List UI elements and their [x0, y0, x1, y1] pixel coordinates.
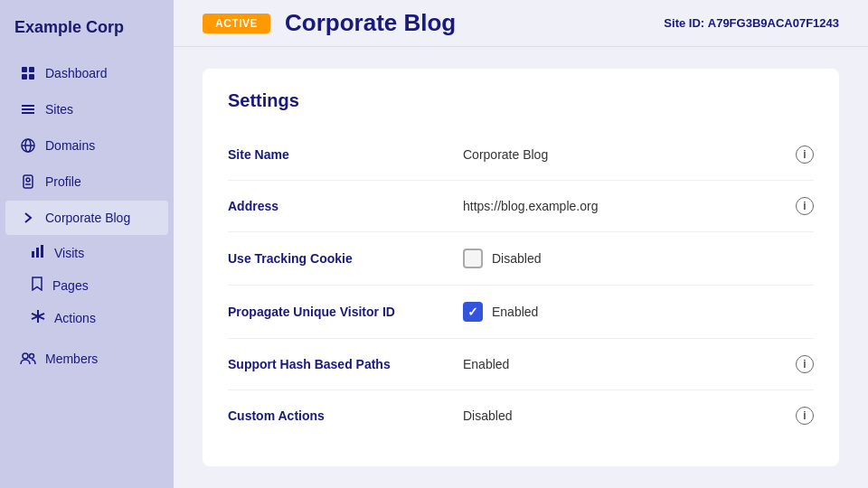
sidebar-item-actions-label: Actions	[54, 311, 96, 325]
tracking-cookie-checkbox-wrapper: Disabled	[463, 249, 814, 268]
sidebar-item-visits[interactable]: Visits	[16, 237, 168, 268]
unique-visitor-checkbox-wrapper: Enabled	[463, 302, 814, 322]
address-host: blog.example.org	[501, 199, 598, 213]
sidebar-item-dashboard-label: Dashboard	[45, 66, 108, 80]
svg-point-19	[23, 353, 28, 359]
sidebar-item-pages-label: Pages	[52, 278, 89, 293]
address-label: Address	[228, 199, 463, 213]
sidebar-item-members-label: Members	[45, 352, 98, 366]
tracking-cookie-checkbox[interactable]	[463, 249, 483, 268]
unique-visitor-label: Propagate Unique Visitor ID	[228, 305, 463, 319]
site-id-label: Site ID:	[664, 16, 704, 30]
asterisk-icon	[31, 309, 45, 326]
sidebar-item-corporate-blog-label: Corporate Blog	[45, 211, 130, 225]
svg-rect-13	[32, 251, 34, 258]
sidebar-item-actions[interactable]: Actions	[16, 302, 168, 333]
grid-icon	[20, 65, 36, 81]
custom-actions-info[interactable]: i	[796, 407, 814, 425]
address-info[interactable]: i	[796, 197, 814, 215]
sidebar-item-dashboard[interactable]: Dashboard	[5, 56, 168, 90]
info-icon-custom-actions[interactable]: i	[796, 407, 814, 425]
sidebar-item-pages[interactable]: Pages	[16, 269, 168, 301]
users-icon	[20, 351, 36, 367]
settings-row-custom-actions: Custom Actions Disabled i	[228, 390, 814, 441]
company-logo: Example Corp	[0, 0, 174, 52]
info-icon[interactable]: i	[796, 145, 814, 164]
badge-icon	[20, 174, 36, 190]
settings-panel: Settings Site Name Corporate Blog i Addr…	[203, 69, 839, 466]
custom-actions-label: Custom Actions	[228, 408, 463, 423]
settings-row-address: Address https://blog.example.org i	[228, 181, 814, 232]
sidebar-item-domains[interactable]: Domains	[5, 128, 168, 163]
page-title: Corporate Blog	[285, 9, 456, 37]
sidebar-item-corporate-blog[interactable]: Corporate Blog	[5, 201, 168, 235]
svg-rect-0	[22, 67, 27, 72]
settings-title: Settings	[228, 90, 814, 111]
sidebar-item-sites-label: Sites	[45, 102, 73, 117]
svg-point-20	[30, 354, 34, 359]
custom-actions-value: Disabled	[463, 408, 796, 423]
bar-chart-icon	[31, 244, 45, 261]
svg-rect-1	[29, 67, 34, 72]
svg-rect-3	[29, 74, 34, 80]
settings-row-unique-visitor: Propagate Unique Visitor ID Enabled	[228, 286, 814, 339]
hash-paths-label: Support Hash Based Paths	[228, 357, 463, 371]
address-protocol: https://	[463, 199, 501, 213]
tracking-cookie-status: Disabled	[492, 251, 541, 266]
site-name-value: Corporate Blog	[463, 147, 796, 162]
main-content: ACTIVE Corporate Blog Site ID: A79FG3B9A…	[174, 0, 868, 488]
address-value: https://blog.example.org	[463, 199, 796, 213]
tracking-cookie-label: Use Tracking Cookie	[228, 251, 463, 266]
site-id-value: A79FG3B9ACA07F1243	[708, 16, 839, 30]
hash-paths-value: Enabled	[463, 357, 796, 371]
unique-visitor-checkbox[interactable]	[463, 302, 483, 322]
settings-row-site-name: Site Name Corporate Blog i	[228, 129, 814, 181]
svg-rect-15	[41, 245, 43, 258]
hash-paths-info[interactable]: i	[796, 355, 814, 373]
site-id: Site ID: A79FG3B9ACA07F1243	[664, 16, 839, 30]
sidebar-item-profile-label: Profile	[45, 174, 81, 189]
settings-row-hash-paths: Support Hash Based Paths Enabled i	[228, 339, 814, 390]
svg-rect-2	[22, 74, 27, 80]
site-subnav: Visits Pages Actions	[0, 236, 174, 334]
svg-point-11	[26, 178, 30, 182]
svg-rect-14	[36, 248, 39, 258]
page-header: ACTIVE Corporate Blog Site ID: A79FG3B9A…	[174, 0, 868, 47]
sidebar-item-profile[interactable]: Profile	[5, 164, 168, 199]
info-icon-address[interactable]: i	[796, 197, 814, 215]
sidebar-item-sites[interactable]: Sites	[5, 92, 168, 127]
sidebar-item-domains-label: Domains	[45, 138, 95, 153]
site-name-label: Site Name	[228, 147, 463, 162]
tracking-cookie-value: Disabled	[463, 249, 814, 268]
list-icon	[20, 101, 36, 117]
globe-icon	[20, 137, 36, 154]
info-icon-hash-paths[interactable]: i	[796, 355, 814, 373]
sidebar-item-visits-label: Visits	[54, 246, 84, 260]
sidebar-item-members[interactable]: Members	[5, 342, 168, 376]
settings-row-tracking-cookie: Use Tracking Cookie Disabled	[228, 232, 814, 286]
active-badge: ACTIVE	[203, 14, 270, 33]
bookmark-icon	[31, 277, 43, 294]
sidebar: Example Corp Dashboard Site	[0, 0, 174, 488]
unique-visitor-value: Enabled	[463, 302, 814, 322]
site-name-info[interactable]: i	[796, 145, 814, 164]
sidebar-nav: Dashboard Sites Domains	[0, 52, 174, 380]
chevron-right-icon	[20, 210, 36, 226]
unique-visitor-status: Enabled	[492, 305, 538, 319]
